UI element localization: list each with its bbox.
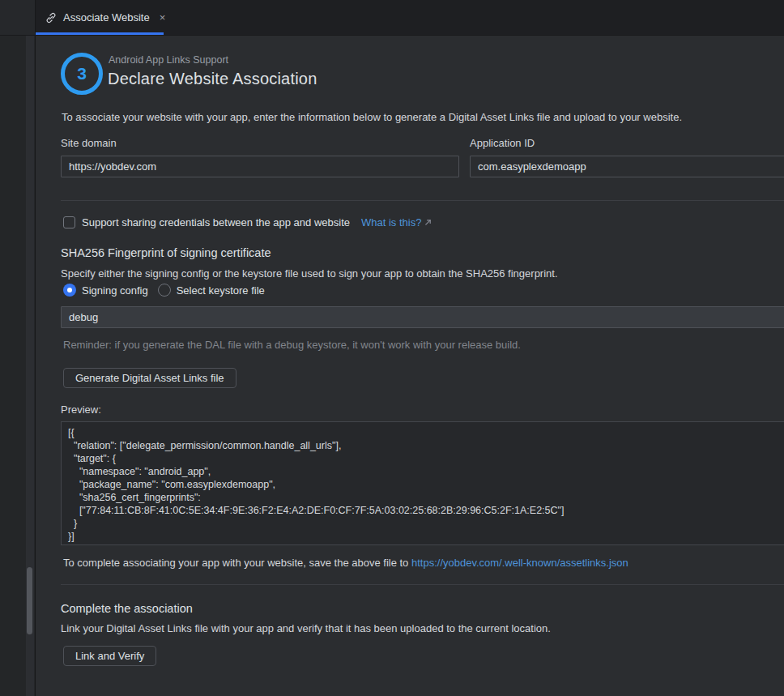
step-number-badge: 3 (61, 53, 103, 95)
scrollbar-thumb[interactable] (27, 567, 32, 634)
preview-label: Preview: (61, 404, 101, 416)
step-number: 3 (77, 64, 87, 83)
assetlinks-url-link[interactable]: https://yobdev.com/.well-known/assetlink… (411, 557, 628, 569)
dal-preview-code: [{ "relation": ["delegate_permission/com… (68, 426, 782, 543)
share-credentials-label: Support sharing credentials between the … (82, 216, 350, 230)
application-id-input[interactable] (470, 156, 784, 177)
signing-config-value: debug (69, 311, 98, 323)
complete-heading: Complete the association (61, 602, 193, 615)
tab-bar: Associate Website × (0, 0, 784, 36)
site-domain-label: Site domain (61, 137, 117, 149)
complete-description: Link your Digital Asset Links file with … (61, 621, 551, 636)
debug-keystore-reminder: Reminder: if you generate the DAL file w… (63, 339, 521, 351)
assistant-kicker: Android App Links Support (109, 54, 228, 66)
share-credentials-checkbox[interactable] (63, 216, 75, 228)
tab-title: Associate Website (63, 11, 150, 23)
site-domain-input[interactable] (61, 156, 459, 177)
tab-close-icon[interactable]: × (160, 12, 166, 23)
radio-signing-config[interactable]: Signing config (63, 284, 148, 297)
app-links-assistant-panel: Associate Website × 3 Android App Links … (0, 0, 784, 696)
save-instruction-text: To complete associating your app with yo… (63, 557, 411, 569)
sha256-heading: SHA256 Fingerprint of signing certificat… (61, 246, 271, 259)
radio-unselected-icon[interactable] (158, 284, 171, 297)
link-and-verify-button[interactable]: Link and Verify (63, 646, 156, 666)
sha256-description: Specify either the signing config or the… (61, 267, 558, 281)
radio-selected-icon[interactable] (63, 284, 76, 297)
what-is-this-link[interactable]: What is this? (361, 216, 421, 228)
external-link-icon (424, 219, 432, 226)
application-id-label: Application ID (470, 137, 535, 149)
active-tab-indicator (36, 32, 164, 35)
page-title: Declare Website Association (108, 70, 317, 88)
link-icon (45, 12, 57, 23)
dal-preview-box[interactable]: [{ "relation": ["delegate_permission/com… (61, 421, 784, 545)
tab-associate-website[interactable]: Associate Website × (36, 0, 164, 35)
signing-config-combobox[interactable]: debug (61, 306, 784, 328)
generate-dal-button[interactable]: Generate Digital Asset Links file (63, 368, 236, 388)
section-divider (61, 584, 784, 585)
radio-signing-config-label: Signing config (82, 284, 148, 297)
scrollbar-track[interactable] (26, 36, 34, 696)
radio-select-keystore[interactable]: Select keystore file (158, 284, 265, 297)
intro-text: To associate your website with your app,… (62, 110, 682, 125)
save-instruction: To complete associating your app with yo… (63, 556, 628, 570)
left-gutter (0, 36, 36, 696)
section-divider (61, 200, 784, 201)
radio-keystore-label: Select keystore file (177, 284, 265, 297)
topbar-left-corner (0, 0, 36, 35)
